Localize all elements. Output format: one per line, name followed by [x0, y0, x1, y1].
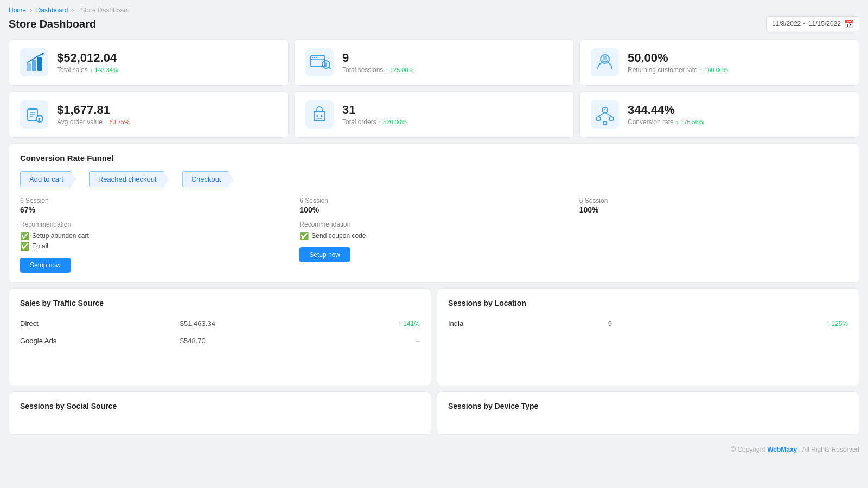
order-icon: $	[20, 100, 48, 129]
kpi-card-sessions: 9 Total sessions 125.00%	[294, 39, 574, 86]
footer: © Copyright WebMaxy . All Rights Reserve…	[9, 440, 859, 455]
funnel-step-badge-2: Reached checkout	[89, 171, 169, 187]
kpi-value-returning: 50.00%	[628, 51, 728, 65]
location-sessions-1: 9	[608, 315, 728, 332]
customer-icon	[591, 48, 619, 76]
svg-point-10	[316, 57, 317, 58]
svg-point-4	[42, 53, 44, 55]
traffic-title: Sales by Traffic Source	[20, 299, 420, 307]
location-table: India 9 ↑ 125%	[448, 315, 848, 332]
svg-rect-3	[37, 57, 42, 71]
funnel-rec-item-1b: ✅ Email	[20, 242, 289, 251]
kpi-content-orders: 31 Total orders 520.00%	[342, 103, 407, 126]
breadcrumb-dashboard[interactable]: Dashboard	[36, 7, 68, 14]
svg-rect-1	[27, 63, 31, 71]
bottom-grid: Sales by Traffic Source Direct $51,463.3…	[9, 288, 859, 386]
traffic-trend-2: --	[300, 332, 420, 350]
kpi-value-sessions: 9	[342, 51, 413, 65]
funnel-step-badge-3: Checkout	[182, 171, 234, 187]
kpi-row-2: $ $1,677.81 Avg order value 60.75%	[9, 91, 859, 138]
check-icon-2a: ✅	[299, 232, 309, 240]
check-icon-1b: ✅	[20, 242, 29, 251]
traffic-source-1: Direct	[20, 315, 180, 332]
kpi-card-conversion: 344.44% Conversion rate 175.56%	[579, 91, 859, 138]
check-icon-1a: ✅	[20, 232, 29, 240]
traffic-trend-1: ↑ 141%	[300, 315, 420, 332]
funnel-rec-title-2: Recommendation	[299, 221, 568, 228]
kpi-value-orders: 31	[342, 103, 407, 117]
svg-point-17	[603, 56, 607, 60]
bottom-grid-2: Sessions by Social Source Sessions by De…	[9, 391, 859, 435]
traffic-section: Sales by Traffic Source Direct $51,463.3…	[9, 288, 431, 386]
kpi-content-avg-order: $1,677.81 Avg order value 60.75%	[57, 103, 130, 126]
funnel-step-badge-1: Add to cart	[20, 171, 76, 187]
breadcrumb-home[interactable]: Home	[9, 7, 26, 14]
funnel-rec-item-2a: ✅ Send coupon code	[299, 232, 568, 240]
svg-rect-15	[591, 48, 619, 76]
funnel-pct-3: 100%	[579, 206, 848, 214]
sales-trend: 143.34%	[90, 67, 118, 73]
funnel-details: 6 Session 67% Recommendation ✅ Setup abu…	[20, 197, 848, 273]
kpi-value-avg-order: $1,677.81	[57, 103, 130, 117]
traffic-table: Direct $51,463.34 ↑ 141% Google Ads $548…	[20, 315, 420, 349]
location-name-1: India	[448, 315, 608, 332]
funnel-pct-2: 100%	[299, 206, 568, 214]
kpi-card-returning: 50.00% Returning customer rate 100.00%	[579, 39, 859, 86]
funnel-sessions-3: 6 Session	[579, 197, 848, 204]
kpi-label-orders: Total orders 520.00%	[342, 118, 407, 126]
funnel-rec-title-1: Recommendation	[20, 221, 289, 228]
funnel-pct-1: 67%	[20, 206, 289, 214]
device-title: Sessions by Device Type	[448, 402, 848, 410]
funnel-title: Conversion Rate Funnel	[20, 153, 848, 163]
funnel-item-2: 6 Session 100% Recommendation ✅ Send cou…	[299, 197, 568, 273]
kpi-label-returning: Returning customer rate 100.00%	[628, 66, 728, 74]
conversion-icon	[591, 100, 619, 129]
social-title: Sessions by Social Source	[20, 402, 420, 410]
breadcrumb: Home › Dashboard › Store Dashboard	[9, 7, 859, 14]
traffic-value-2: $548.70	[180, 332, 300, 350]
location-title: Sessions by Location	[448, 299, 848, 307]
kpi-card-sales: $52,012.04 Total sales 143.34%	[9, 39, 289, 86]
kpi-content-sales: $52,012.04 Total sales 143.34%	[57, 51, 118, 74]
sessions-icon	[305, 48, 334, 76]
conversion-trend: 175.56%	[676, 119, 704, 125]
svg-text:$: $	[38, 117, 41, 122]
kpi-content-returning: 50.00% Returning customer rate 100.00%	[628, 51, 728, 74]
funnel-sessions-1: 6 Session	[20, 197, 289, 204]
kpi-label-conversion: Conversion rate 175.56%	[628, 118, 704, 126]
setup-btn-1[interactable]: Setup now	[20, 258, 71, 273]
funnel-item-1: 6 Session 67% Recommendation ✅ Setup abu…	[20, 197, 289, 273]
kpi-label-avg-order: Avg order value 60.75%	[57, 118, 130, 126]
kpi-card-orders: 31 Total orders 520.00%	[294, 91, 574, 138]
funnel-rec-item-1a: ✅ Setup abundon cart	[20, 232, 289, 240]
kpi-row-1: $52,012.04 Total sales 143.34%	[9, 39, 859, 86]
date-range-picker[interactable]: 11/8/2022 ~ 11/15/2022 📅	[766, 16, 859, 31]
funnel-sessions-2: 6 Session	[299, 197, 568, 204]
breadcrumb-current: Store Dashboard	[80, 7, 130, 14]
svg-point-8	[312, 57, 313, 58]
traffic-value-1: $51,463.34	[180, 315, 300, 332]
kpi-card-avg-order: $ $1,677.81 Avg order value 60.75%	[9, 91, 289, 138]
kpi-value-conversion: 344.44%	[628, 103, 704, 117]
svg-point-9	[314, 57, 315, 58]
page-header: Store Dashboard 11/8/2022 ~ 11/15/2022 📅	[9, 16, 859, 31]
svg-point-27	[317, 115, 318, 117]
setup-btn-2[interactable]: Setup now	[299, 247, 350, 262]
location-trend-1: ↑ 125%	[728, 315, 848, 332]
sales-icon	[20, 48, 48, 76]
svg-point-28	[321, 115, 323, 117]
sessions-trend: 125.00%	[385, 67, 413, 73]
svg-rect-25	[305, 100, 334, 129]
funnel-item-3: 6 Session 100%	[579, 197, 848, 273]
table-row: India 9 ↑ 125%	[448, 315, 848, 332]
social-section: Sessions by Social Source	[9, 391, 431, 435]
kpi-label-sessions: Total sessions 125.00%	[342, 66, 413, 74]
kpi-label-sales: Total sales 143.34%	[57, 66, 118, 74]
funnel-section: Conversion Rate Funnel Add to cart Reach…	[9, 143, 859, 283]
traffic-source-2: Google Ads	[20, 332, 180, 350]
date-range-value: 11/8/2022 ~ 11/15/2022	[772, 20, 841, 28]
kpi-value-sales: $52,012.04	[57, 51, 118, 65]
location-section: Sessions by Location India 9 ↑ 125%	[437, 288, 859, 386]
orders-trend: 520.00%	[379, 119, 407, 125]
calendar-icon: 📅	[844, 20, 853, 28]
